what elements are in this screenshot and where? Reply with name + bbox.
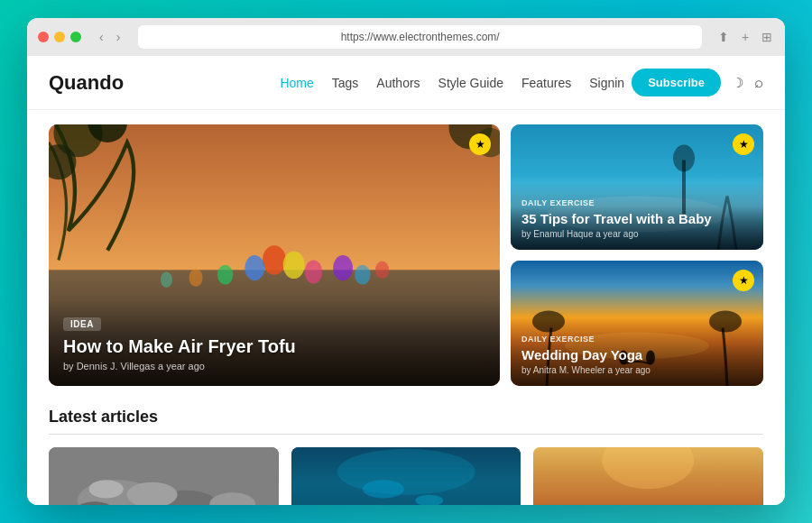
article-thumb-1[interactable] bbox=[49, 447, 279, 505]
article-thumb-2[interactable] bbox=[291, 447, 521, 505]
nav-authors[interactable]: Authors bbox=[376, 76, 420, 90]
url-text: https://www.electronthemes.com/ bbox=[341, 31, 500, 43]
subscribe-button[interactable]: Subscribe bbox=[632, 69, 721, 96]
latest-divider bbox=[49, 434, 763, 435]
nav-home[interactable]: Home bbox=[280, 76, 313, 90]
svg-point-6 bbox=[305, 260, 323, 283]
svg-point-8 bbox=[189, 269, 202, 287]
svg-point-9 bbox=[355, 265, 370, 285]
latest-section: Latest articles bbox=[27, 400, 785, 505]
svg-point-35 bbox=[337, 449, 475, 495]
side-card-2-meta: by Anitra M. Wheeler a year ago bbox=[521, 365, 752, 375]
main-card-tag: IDEA bbox=[63, 317, 101, 331]
dark-mode-button[interactable] bbox=[732, 75, 743, 91]
main-card-star: ★ bbox=[469, 133, 491, 155]
side-card-2-title: Wedding Day Yoga bbox=[521, 347, 752, 363]
svg-point-5 bbox=[217, 265, 233, 285]
svg-point-11 bbox=[161, 271, 172, 287]
svg-point-10 bbox=[375, 262, 389, 280]
nav-signin[interactable]: Signin bbox=[589, 76, 624, 90]
side-card-2-star: ★ bbox=[733, 270, 754, 291]
browser-nav-buttons: ‹ › bbox=[96, 28, 124, 46]
featured-section: ★ IDEA How to Make Air Fryer Tofu by Den… bbox=[27, 110, 785, 400]
svg-point-33 bbox=[89, 480, 124, 498]
nav-style-guide[interactable]: Style Guide bbox=[438, 76, 503, 90]
side-card-1-star: ★ bbox=[733, 133, 754, 155]
maximize-button[interactable] bbox=[70, 32, 81, 42]
side-card-1[interactable]: ★ DAILY EXERCISE 35 Tips for Travel with… bbox=[511, 124, 763, 250]
side-card-1-tag: DAILY EXERCISE bbox=[521, 198, 595, 207]
main-card-title: How to Make Air Fryer Tofu bbox=[63, 336, 485, 357]
title-bar: ‹ › https://www.electronthemes.com/ ⬆ + … bbox=[27, 18, 785, 56]
side-card-1-content: DAILY EXERCISE 35 Tips for Travel with a… bbox=[511, 182, 763, 250]
side-card-1-title: 35 Tips for Travel with a Baby bbox=[521, 211, 752, 227]
nav-features[interactable]: Features bbox=[521, 76, 571, 90]
traffic-lights bbox=[38, 32, 81, 42]
side-card-2-tag: DAILY EXERCISE bbox=[521, 335, 595, 344]
side-card-2-content: DAILY EXERCISE Wedding Day Yoga by Anitr… bbox=[511, 318, 763, 386]
main-card-content: IDEA How to Make Air Fryer Tofu by Denni… bbox=[49, 300, 500, 386]
main-card-meta: by Dennis J. Villegas a year ago bbox=[63, 361, 485, 372]
svg-point-3 bbox=[245, 255, 264, 280]
close-button[interactable] bbox=[38, 32, 49, 42]
browser-window: ‹ › https://www.electronthemes.com/ ⬆ + … bbox=[27, 18, 785, 505]
svg-point-20 bbox=[673, 145, 695, 172]
forward-button[interactable]: › bbox=[113, 28, 125, 46]
site-nav: Quando Home Tags Authors Style Guide Fea… bbox=[27, 56, 785, 110]
address-bar[interactable]: https://www.electronthemes.com/ bbox=[138, 25, 702, 49]
featured-side-cards: ★ DAILY EXERCISE 35 Tips for Travel with… bbox=[511, 124, 763, 386]
side-card-2[interactable]: ★ DAILY EXERCISE Wedding Day Yoga by Ani… bbox=[511, 261, 763, 386]
svg-point-7 bbox=[333, 255, 353, 280]
nav-tags[interactable]: Tags bbox=[332, 76, 359, 90]
page-content: Quando Home Tags Authors Style Guide Fea… bbox=[27, 56, 785, 505]
svg-point-4 bbox=[283, 252, 305, 279]
articles-grid bbox=[49, 447, 763, 505]
toolbar-right: ⬆ + ⊞ bbox=[716, 30, 774, 44]
latest-heading: Latest articles bbox=[49, 408, 763, 427]
minimize-button[interactable] bbox=[54, 32, 65, 42]
site-logo: Quando bbox=[49, 71, 124, 95]
back-button[interactable]: ‹ bbox=[96, 28, 107, 46]
article-thumb-3[interactable] bbox=[533, 447, 763, 505]
search-button[interactable] bbox=[754, 74, 763, 92]
nav-icon-group bbox=[732, 74, 763, 92]
side-card-1-meta: by Enamul Haque a year ago bbox=[521, 229, 752, 239]
add-tab-icon[interactable]: + bbox=[738, 30, 752, 44]
nav-links: Home Tags Authors Style Guide Features S… bbox=[280, 75, 624, 91]
grid-icon[interactable]: ⊞ bbox=[760, 30, 774, 44]
svg-point-36 bbox=[363, 480, 404, 498]
featured-main-card[interactable]: ★ IDEA How to Make Air Fryer Tofu by Den… bbox=[49, 124, 500, 386]
svg-point-2 bbox=[263, 245, 286, 275]
share-icon[interactable]: ⬆ bbox=[716, 30, 731, 44]
